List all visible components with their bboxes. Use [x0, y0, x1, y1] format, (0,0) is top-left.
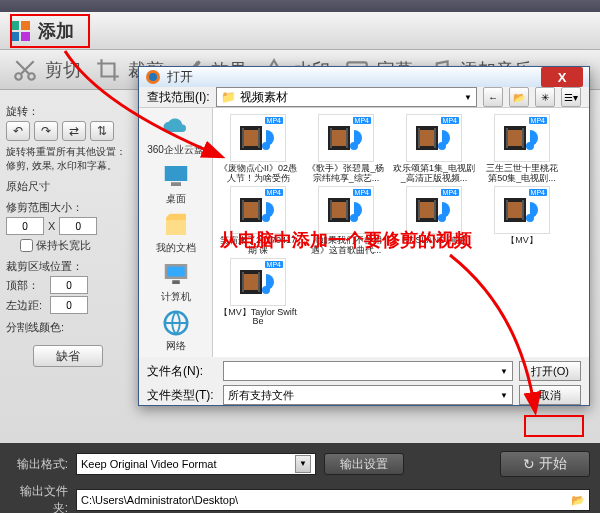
svg-point-39 — [526, 142, 534, 150]
output-settings-button[interactable]: 输出设置 — [324, 453, 404, 475]
filetype-label: 文件类型(T): — [147, 387, 217, 404]
orig-size-label: 原始尺寸 — [6, 179, 130, 194]
filetype-combo[interactable]: 所有支持文件▼ — [223, 385, 513, 405]
svg-rect-14 — [171, 182, 181, 186]
crop-w-input[interactable] — [6, 217, 44, 235]
file-item[interactable]: MP4《如果我们不曾相遇》这首歌曲代... — [305, 186, 387, 256]
svg-rect-61 — [242, 272, 244, 292]
file-item[interactable]: MP4欢乐颂第1集_电视剧_高清正版视频... — [393, 114, 475, 184]
view-button[interactable]: ☰▾ — [561, 87, 581, 107]
refresh-icon: ↻ — [523, 456, 535, 472]
scissors-icon — [10, 57, 40, 83]
svg-point-12 — [149, 73, 157, 81]
svg-point-29 — [350, 142, 358, 150]
folder-combo[interactable]: 📁 视频素材 ▼ — [216, 87, 477, 107]
file-name: 【MV】Taylor Swift Be — [217, 308, 299, 328]
svg-rect-26 — [330, 128, 332, 148]
file-name: FTISLAND 神迹 — [393, 236, 475, 246]
svg-rect-63 — [244, 274, 258, 290]
video-thumb: MP4 — [406, 186, 462, 234]
output-folder-label: 输出文件夹: — [10, 483, 68, 513]
default-button[interactable]: 缺省 — [33, 345, 103, 367]
svg-rect-42 — [258, 200, 260, 220]
dialog-bottom: 文件名(N): ▼ 打开(O) 文件类型(T): 所有支持文件▼ 取消 — [139, 357, 589, 413]
output-path-field[interactable]: C:\Users\Administrator\Desktop\📂 — [76, 489, 590, 511]
sidebar-item-network[interactable]: 网络 — [146, 308, 206, 353]
file-list[interactable]: MP4《废物点心II》02愚人节！为啥受伤MP4《歌手》张碧晨_杨宗纬纯享_综艺… — [213, 108, 589, 357]
up-button[interactable]: 📂 — [509, 87, 529, 107]
svg-rect-28 — [332, 130, 346, 146]
filename-field[interactable]: ▼ — [223, 361, 513, 381]
sidebar-item-documents[interactable]: 我的文档 — [146, 210, 206, 255]
open-button[interactable]: 打开(O) — [519, 361, 581, 381]
flip-v-btn[interactable]: ⇅ — [90, 121, 114, 141]
tool-cut[interactable]: 剪切 — [10, 57, 81, 83]
svg-rect-15 — [166, 220, 186, 235]
file-item[interactable]: MP4《废物点心II》02愚人节！为啥受伤 — [217, 114, 299, 184]
file-item[interactable]: MP4《歌手》张碧晨_杨宗纬纯享_综艺... — [305, 114, 387, 184]
svg-rect-47 — [346, 200, 348, 220]
svg-rect-51 — [418, 200, 420, 220]
video-thumb: MP4 — [230, 114, 286, 162]
dialog-title: 打开 — [167, 68, 193, 86]
add-button[interactable]: 添加 — [6, 17, 84, 45]
close-button[interactable]: X — [541, 67, 583, 87]
file-name: 笑霸来了20170417期 课 — [217, 236, 299, 256]
file-item[interactable]: MP4【MV】 — [481, 186, 563, 256]
svg-rect-0 — [10, 21, 19, 30]
dialog-body: 360企业云盘 桌面 我的文档 计算机 网络 MP4《废物点心II》02愚人节！… — [139, 108, 589, 357]
start-button[interactable]: ↻开始 — [500, 451, 590, 477]
network-icon — [161, 308, 191, 338]
left-input[interactable] — [50, 296, 88, 314]
chevron-down-icon: ▼ — [500, 391, 508, 400]
rotate-note: 旋转将重置所有其他设置：修剪, 效果, 水印和字幕。 — [6, 145, 130, 173]
crop-h-input[interactable] — [59, 217, 97, 235]
flip-h-btn[interactable]: ⇄ — [62, 121, 86, 141]
svg-point-49 — [350, 214, 358, 222]
chevron-down-icon: ▼ — [295, 455, 311, 473]
dialog-titlebar: 打开 X — [139, 67, 589, 87]
svg-rect-46 — [330, 200, 332, 220]
svg-rect-32 — [434, 128, 436, 148]
sidebar-item-computer[interactable]: 计算机 — [146, 259, 206, 304]
svg-rect-38 — [508, 130, 522, 146]
file-item[interactable]: MP4【MV】Taylor Swift Be — [217, 258, 299, 328]
crop-size-label: 修剪范围大小： — [6, 200, 130, 215]
svg-rect-27 — [346, 128, 348, 148]
sidebar-item-desktop[interactable]: 桌面 — [146, 161, 206, 206]
filename-label: 文件名(N): — [147, 363, 217, 380]
split-color-label: 分割线颜色: — [6, 320, 130, 335]
svg-rect-53 — [420, 202, 434, 218]
back-button[interactable]: ← — [483, 87, 503, 107]
video-thumb: MP4 — [494, 186, 550, 234]
file-item[interactable]: MP4三生三世十里桃花 第50集_电视剧... — [481, 114, 563, 184]
svg-point-54 — [438, 214, 446, 222]
file-name: 【MV】 — [481, 236, 563, 246]
computer-icon — [161, 259, 191, 289]
svg-rect-41 — [242, 200, 244, 220]
file-name: 三生三世十里桃花 第50集_电视剧... — [481, 164, 563, 184]
folder-icon[interactable]: 📂 — [571, 494, 585, 507]
svg-rect-3 — [21, 32, 30, 41]
svg-rect-48 — [332, 202, 346, 218]
video-thumb: MP4 — [230, 258, 286, 306]
file-item[interactable]: MP4笑霸来了20170417期 课 — [217, 186, 299, 256]
open-dialog: 打开 X 查找范围(I): 📁 视频素材 ▼ ← 📂 ✳ ☰▾ 360企业云盘 … — [138, 66, 590, 406]
video-thumb: MP4 — [318, 114, 374, 162]
cancel-button[interactable]: 取消 — [519, 385, 581, 405]
rotate-left-btn[interactable]: ↶ — [6, 121, 30, 141]
rotate-right-btn[interactable]: ↷ — [34, 121, 58, 141]
crop-icon — [93, 57, 123, 83]
keep-ratio-checkbox[interactable] — [20, 239, 33, 252]
top-input[interactable] — [50, 276, 88, 294]
svg-rect-57 — [522, 200, 524, 220]
file-item[interactable]: MP4FTISLAND 神迹 — [393, 186, 475, 256]
format-combo[interactable]: Keep Original Video Format▼ — [76, 453, 316, 475]
documents-icon — [161, 210, 191, 240]
sidebar-item-cloud[interactable]: 360企业云盘 — [146, 112, 206, 157]
chevron-down-icon: ▼ — [464, 93, 472, 102]
svg-point-64 — [262, 286, 270, 294]
svg-rect-17 — [167, 267, 185, 277]
new-folder-button[interactable]: ✳ — [535, 87, 555, 107]
svg-rect-58 — [508, 202, 522, 218]
